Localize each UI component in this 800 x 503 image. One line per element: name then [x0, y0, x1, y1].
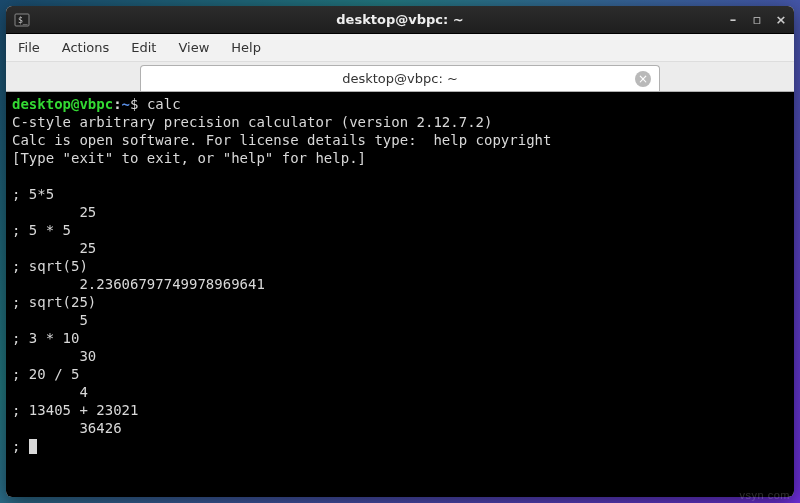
- output-line: 25: [12, 240, 96, 256]
- menu-edit[interactable]: Edit: [131, 40, 156, 55]
- minimize-button[interactable]: –: [726, 12, 740, 27]
- output-line: ; sqrt(25): [12, 294, 96, 310]
- output-line: 4: [12, 384, 88, 400]
- prompt-user: desktop@vbpc: [12, 96, 113, 112]
- tab-title: desktop@vbpc: ~: [342, 71, 458, 86]
- output-line: 2.23606797749978969641: [12, 276, 265, 292]
- watermark: vsyn com: [740, 489, 790, 501]
- window-controls: – ▫ ×: [726, 12, 788, 27]
- tab-terminal[interactable]: desktop@vbpc: ~ ×: [140, 65, 660, 91]
- menu-file[interactable]: File: [18, 40, 40, 55]
- output-line: ; 3 * 10: [12, 330, 79, 346]
- titlebar[interactable]: $_ desktop@vbpc: ~ – ▫ ×: [6, 6, 794, 34]
- svg-text:$_: $_: [18, 16, 28, 25]
- terminal-viewport[interactable]: desktop@vbpc:~$ calc C-style arbitrary p…: [6, 92, 794, 497]
- cursor-icon: [29, 439, 37, 454]
- output-line: 36426: [12, 420, 122, 436]
- window-title: desktop@vbpc: ~: [336, 12, 463, 27]
- menu-actions[interactable]: Actions: [62, 40, 110, 55]
- tabbar: desktop@vbpc: ~ ×: [6, 62, 794, 92]
- output-line: 30: [12, 348, 96, 364]
- output-line: ; 5*5: [12, 186, 54, 202]
- prompt-sep: :: [113, 96, 121, 112]
- close-button[interactable]: ×: [774, 12, 788, 27]
- output-line: ; sqrt(5): [12, 258, 88, 274]
- command-text: calc: [147, 96, 181, 112]
- prompt-symbol: $: [130, 96, 147, 112]
- output-line: 25: [12, 204, 96, 220]
- banner-line: C-style arbitrary precision calculator (…: [12, 114, 492, 130]
- banner-line: [Type "exit" to exit, or "help" for help…: [12, 150, 366, 166]
- menubar: File Actions Edit View Help: [6, 34, 794, 62]
- maximize-button[interactable]: ▫: [750, 12, 764, 27]
- prompt-path: ~: [122, 96, 130, 112]
- output-line: ;: [12, 438, 29, 454]
- output-line: ; 5 * 5: [12, 222, 71, 238]
- menu-view[interactable]: View: [178, 40, 209, 55]
- app-icon: $_: [14, 12, 30, 28]
- banner-line: Calc is open software. For license detai…: [12, 132, 551, 148]
- output-line: ; 20 / 5: [12, 366, 79, 382]
- close-icon[interactable]: ×: [635, 71, 651, 87]
- output-line: 5: [12, 312, 88, 328]
- output-line: ; 13405 + 23021: [12, 402, 138, 418]
- terminal-window: $_ desktop@vbpc: ~ – ▫ × File Actions Ed…: [6, 6, 794, 497]
- menu-help[interactable]: Help: [231, 40, 261, 55]
